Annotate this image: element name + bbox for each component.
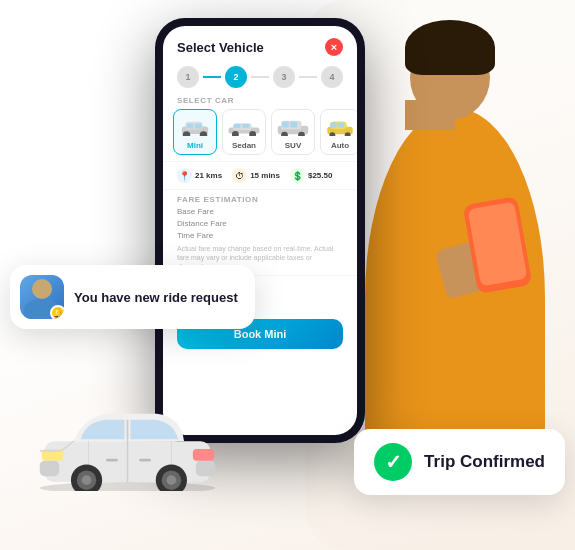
- svg-rect-31: [139, 459, 151, 462]
- svg-rect-35: [193, 449, 214, 461]
- auto-car-label: Auto: [323, 141, 357, 150]
- car-option-mini[interactable]: Mini: [173, 109, 217, 155]
- price-icon: 💲: [290, 168, 305, 183]
- fare-estimation-label: FARE ESTIMATION: [163, 190, 357, 207]
- time-info: ⏱ 15 mins: [232, 168, 280, 183]
- mini-car-label: Mini: [176, 141, 214, 150]
- sedan-car-icon: [225, 114, 263, 140]
- svg-rect-22: [331, 122, 337, 127]
- close-button[interactable]: ×: [325, 38, 343, 56]
- driver-avatar: 🔔: [20, 275, 64, 319]
- car-options: Mini Sedan: [163, 109, 357, 161]
- screen-title: Select Vehicle: [177, 40, 264, 55]
- step-line-2: [251, 76, 269, 78]
- svg-point-41: [167, 475, 177, 485]
- book-button-label: Book Mini: [234, 328, 287, 340]
- step-3[interactable]: 3: [273, 66, 295, 88]
- suv-car-label: SUV: [274, 141, 312, 150]
- car-image: [30, 401, 225, 495]
- fare-items: Base Fare Distance Fare Time Fare: [163, 207, 357, 240]
- svg-rect-11: [242, 124, 249, 128]
- suv-car-icon: [274, 114, 312, 140]
- distance-icon: 📍: [177, 168, 192, 183]
- step-4[interactable]: 4: [321, 66, 343, 88]
- svg-rect-32: [40, 461, 60, 477]
- price-info: 💲 $25.50: [290, 168, 332, 183]
- distance-fare-row: Distance Fare: [177, 219, 343, 228]
- price-value: $25.50: [308, 171, 332, 180]
- car-option-auto[interactable]: Auto: [320, 109, 357, 155]
- distance-info: 📍 21 kms: [177, 168, 222, 183]
- confirmed-check-circle: ✓: [374, 443, 412, 481]
- svg-point-38: [82, 475, 92, 485]
- time-fare-row: Time Fare: [177, 231, 343, 240]
- auto-car-icon: [323, 114, 357, 140]
- step-2[interactable]: 2: [225, 66, 247, 88]
- notification-text: You have new ride request: [74, 290, 238, 305]
- base-fare-label: Base Fare: [177, 207, 214, 216]
- svg-point-24: [40, 482, 216, 491]
- close-icon: ×: [331, 42, 337, 53]
- phone-header: Select Vehicle ×: [163, 26, 357, 62]
- trip-info-row: 📍 21 kms ⏱ 15 mins 💲 $25.50: [163, 161, 357, 190]
- svg-rect-10: [234, 124, 241, 128]
- svg-rect-17: [290, 121, 297, 127]
- step-line-1: [203, 76, 221, 78]
- svg-rect-33: [196, 461, 216, 477]
- trip-confirmed-card: ✓ Trip Confirmed: [354, 429, 565, 495]
- time-value: 15 mins: [250, 171, 280, 180]
- distance-fare-label: Distance Fare: [177, 219, 227, 228]
- svg-rect-30: [106, 459, 118, 462]
- phone-mockup: Select Vehicle × 1 2 3 4 SELECT CAR: [155, 18, 365, 443]
- svg-rect-4: [187, 123, 194, 128]
- check-icon: ✓: [385, 452, 402, 472]
- car-option-sedan[interactable]: Sedan: [222, 109, 266, 155]
- svg-rect-5: [195, 123, 202, 128]
- distance-value: 21 kms: [195, 171, 222, 180]
- phone-screen: Select Vehicle × 1 2 3 4 SELECT CAR: [163, 26, 357, 435]
- step-1[interactable]: 1: [177, 66, 199, 88]
- step-indicators: 1 2 3 4: [163, 62, 357, 94]
- step-line-3: [299, 76, 317, 78]
- time-fare-label: Time Fare: [177, 231, 213, 240]
- trip-confirmed-text: Trip Confirmed: [424, 452, 545, 472]
- svg-rect-23: [338, 122, 344, 127]
- notification-card: 🔔 You have new ride request: [10, 265, 255, 329]
- base-fare-row: Base Fare: [177, 207, 343, 216]
- bell-badge: 🔔: [50, 305, 64, 319]
- sedan-car-label: Sedan: [225, 141, 263, 150]
- select-car-label: SELECT CAR: [163, 94, 357, 109]
- time-icon: ⏱: [232, 168, 247, 183]
- car-option-suv[interactable]: SUV: [271, 109, 315, 155]
- svg-rect-16: [282, 121, 289, 127]
- mini-car-icon: [176, 114, 214, 140]
